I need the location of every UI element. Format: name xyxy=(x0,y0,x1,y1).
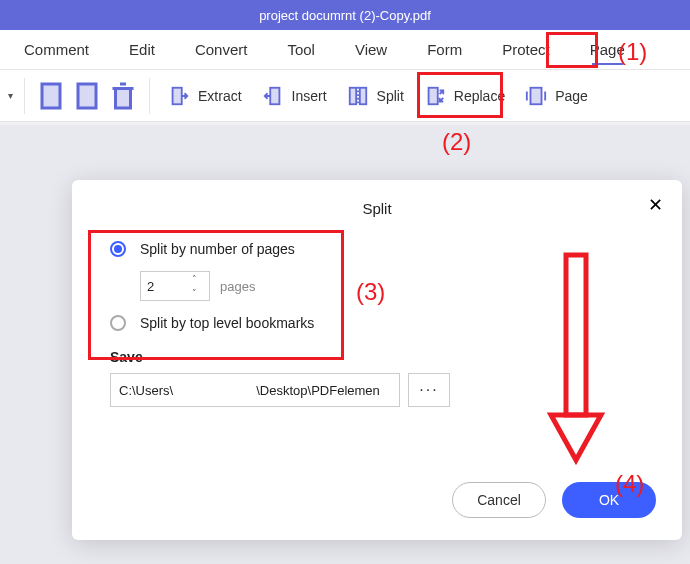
extract-button[interactable]: Extract xyxy=(158,81,252,111)
radio-unchecked-icon xyxy=(110,315,126,331)
split-by-bookmarks-option[interactable]: Split by top level bookmarks xyxy=(110,315,644,331)
menu-convert[interactable]: Convert xyxy=(175,30,268,69)
document-title: project documrnt (2)-Copy.pdf xyxy=(259,8,431,23)
save-path-input[interactable]: C:\Users\ \Desktop\PDFelemen xyxy=(110,373,400,407)
trash-icon xyxy=(105,78,141,114)
rotate-left-button[interactable] xyxy=(33,78,69,114)
page-btn-label: Page xyxy=(555,88,588,104)
chevron-down-icon: ˅ xyxy=(192,288,206,298)
menu-protect[interactable]: Protect xyxy=(482,30,570,69)
save-path-value: C:\Users\ \Desktop\PDFelemen xyxy=(119,383,380,398)
split-dialog: Split ✕ Split by number of pages 2 ˄ ˅ p… xyxy=(72,180,682,540)
replace-button[interactable]: Replace xyxy=(414,81,515,111)
ok-button[interactable]: OK xyxy=(562,482,656,518)
rotate-right-button[interactable] xyxy=(69,78,105,114)
pages-spinner: 2 ˄ ˅ pages xyxy=(140,271,656,301)
dialog-buttons: Cancel OK xyxy=(452,482,656,518)
split-label: Split xyxy=(377,88,404,104)
split-by-pages-option[interactable]: Split by number of pages xyxy=(110,241,644,257)
pages-unit: pages xyxy=(220,279,255,294)
pages-input[interactable]: 2 ˄ ˅ xyxy=(140,271,210,301)
radio-checked-icon xyxy=(110,241,126,257)
svg-rect-5 xyxy=(359,87,365,104)
menu-view[interactable]: View xyxy=(335,30,407,69)
svg-rect-1 xyxy=(78,84,96,108)
dialog-title: Split xyxy=(98,200,656,217)
separator xyxy=(149,78,150,114)
svg-rect-7 xyxy=(428,87,437,104)
cancel-button[interactable]: Cancel xyxy=(452,482,546,518)
dialog-body: Split by number of pages 2 ˄ ˅ pages Spl… xyxy=(98,241,656,407)
menu-tool[interactable]: Tool xyxy=(267,30,335,69)
svg-rect-8 xyxy=(531,87,542,104)
menu-form[interactable]: Form xyxy=(407,30,482,69)
toolbar-dropdown[interactable]: ▾ xyxy=(4,78,16,114)
replace-label: Replace xyxy=(454,88,505,104)
title-bar: project documrnt (2)-Copy.pdf xyxy=(0,0,690,30)
save-label: Save xyxy=(110,349,644,365)
page-icon xyxy=(69,78,105,114)
insert-button[interactable]: Insert xyxy=(252,81,337,111)
extract-label: Extract xyxy=(198,88,242,104)
extract-icon xyxy=(168,85,190,107)
save-row: C:\Users\ \Desktop\PDFelemen ··· xyxy=(110,373,644,407)
split-by-pages-label: Split by number of pages xyxy=(140,241,295,257)
menu-comment[interactable]: Comment xyxy=(4,30,109,69)
split-icon xyxy=(347,85,369,107)
menu-page[interactable]: Page xyxy=(570,30,645,69)
svg-rect-0 xyxy=(42,84,60,108)
insert-label: Insert xyxy=(292,88,327,104)
svg-rect-4 xyxy=(349,87,355,104)
page-toolbar: ▾ Extract Insert Split Replace xyxy=(0,70,690,122)
separator xyxy=(24,78,25,114)
chevron-up-icon: ˄ xyxy=(192,274,206,284)
browse-button[interactable]: ··· xyxy=(408,373,450,407)
insert-icon xyxy=(262,85,284,107)
dialog-close-button[interactable]: ✕ xyxy=(644,194,666,216)
svg-rect-2 xyxy=(173,87,182,104)
pages-value: 2 xyxy=(147,279,154,294)
menu-edit[interactable]: Edit xyxy=(109,30,175,69)
close-icon: ✕ xyxy=(648,194,663,216)
split-button[interactable]: Split xyxy=(337,81,414,111)
replace-icon xyxy=(424,85,446,107)
delete-page-button[interactable] xyxy=(105,78,141,114)
spinner-arrows[interactable]: ˄ ˅ xyxy=(192,274,206,298)
svg-rect-3 xyxy=(270,87,279,104)
ellipsis-icon: ··· xyxy=(419,381,438,399)
page-icon xyxy=(33,78,69,114)
page-button[interactable]: Page xyxy=(515,81,598,111)
menu-bar: Comment Edit Convert Tool View Form Prot… xyxy=(0,30,690,70)
page-label-icon xyxy=(525,85,547,107)
split-by-bookmarks-label: Split by top level bookmarks xyxy=(140,315,314,331)
